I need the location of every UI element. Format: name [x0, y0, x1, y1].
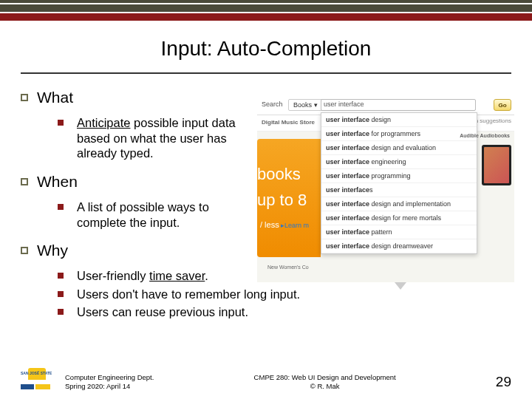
- footer-course-line2: © R. Mak: [254, 382, 396, 390]
- bullet-when-1: A list of possible ways to complete the …: [58, 200, 257, 230]
- dropdown-item[interactable]: user interface pattern: [321, 225, 477, 239]
- example-screenshot: Search Books ▾ user interface Go Digital…: [257, 96, 514, 282]
- bullet-why-2: Users don't have to remember long input.: [58, 287, 501, 302]
- university-logo: SAN JOSÉ STATE: [21, 368, 53, 390]
- decor-band-2: [0, 4, 532, 12]
- dropdown-item[interactable]: user interface design: [321, 113, 477, 127]
- go-button[interactable]: Go: [494, 99, 511, 111]
- bullet-why-1-text: User-friendly time saver.: [77, 268, 208, 284]
- bottom-promo-label: New Women's Co: [267, 265, 309, 270]
- bullet-what-1-text: Anticipate possible input data based on …: [77, 115, 257, 161]
- bullet-why-3: Users can reuse previous input.: [58, 304, 501, 320]
- bullet-open-icon: [21, 178, 28, 185]
- dropdown-item[interactable]: user interface design dreamweaver: [321, 239, 477, 253]
- underlined-word: Anticipate: [77, 116, 130, 129]
- decor-band-1: [0, 0, 532, 3]
- promo-less: / less: [260, 220, 279, 229]
- search-label: Search: [262, 100, 283, 108]
- footer-dept-line2: Spring 2020: April 14: [65, 382, 154, 390]
- bullet-why-3-text: Users can reuse previous input.: [77, 304, 248, 320]
- bullet-open-icon: [21, 94, 28, 101]
- bullet-solid-icon: [58, 291, 64, 297]
- dropdown-arrow-icon: [395, 282, 406, 290]
- dropdown-item[interactable]: user interface design and evaluation: [321, 141, 477, 155]
- dropdown-item[interactable]: user interface design for mere mortals: [321, 211, 477, 225]
- bullet-when-1-text: A list of possible ways to complete the …: [77, 200, 257, 230]
- decor-band-3: [0, 13, 532, 21]
- footer-dept-line1: Computer Engineering Dept.: [65, 373, 154, 381]
- promo-banner: books up to 8 / less: [257, 139, 321, 257]
- bullet-why-1-lead: User-friendly: [77, 269, 149, 282]
- footer: SAN JOSÉ STATE Computer Engineering Dept…: [21, 368, 511, 390]
- dropdown-item[interactable]: user interface programming: [321, 169, 477, 183]
- bullet-solid-icon: [58, 309, 64, 315]
- heading-what: What: [37, 89, 73, 106]
- dropdown-item[interactable]: user interfaces: [321, 183, 477, 197]
- slide-title: Input: Auto-Completion: [0, 37, 532, 61]
- bullet-what-1: Anticipate possible input data based on …: [58, 115, 257, 161]
- autocomplete-dropdown: user interface design user interface for…: [321, 112, 477, 254]
- footer-dept: Computer Engineering Dept. Spring 2020: …: [65, 373, 154, 390]
- footer-course: CMPE 280: Web UI Design and Development …: [254, 373, 396, 390]
- bullet-solid-icon: [58, 204, 64, 210]
- footer-course-line1: CMPE 280: Web UI Design and Development: [254, 373, 396, 381]
- promo-upto: up to 8: [257, 191, 307, 210]
- bullet-solid-icon: [58, 273, 64, 279]
- heading-when: When: [37, 173, 78, 191]
- heading-why: Why: [37, 242, 68, 259]
- dropdown-item[interactable]: user interface design and implementation: [321, 197, 477, 211]
- tablet-icon: [482, 145, 511, 185]
- audiobooks-label: Audible Audiobooks: [460, 133, 510, 138]
- promo-books: books: [257, 165, 301, 184]
- dropdown-item[interactable]: user interface for programmers: [321, 127, 477, 141]
- underlined-word: time saver: [149, 269, 205, 282]
- learn-more-link[interactable]: ▸Learn m: [281, 222, 309, 229]
- bullet-why-2-text: Users don't have to remember long input.: [77, 287, 300, 302]
- dropdown-item[interactable]: user interface engineering: [321, 155, 477, 169]
- logo-text: SAN JOSÉ STATE: [21, 371, 52, 375]
- page-number: 29: [496, 374, 511, 390]
- bullet-solid-icon: [58, 120, 64, 126]
- dept-label: Digital Music Store: [262, 119, 315, 126]
- bullet-open-icon: [21, 247, 28, 254]
- title-underline: [21, 72, 511, 74]
- books-dropdown[interactable]: Books ▾: [288, 99, 323, 111]
- bullet-why-1-tail: .: [205, 269, 208, 282]
- search-input-value: user interface: [324, 100, 364, 108]
